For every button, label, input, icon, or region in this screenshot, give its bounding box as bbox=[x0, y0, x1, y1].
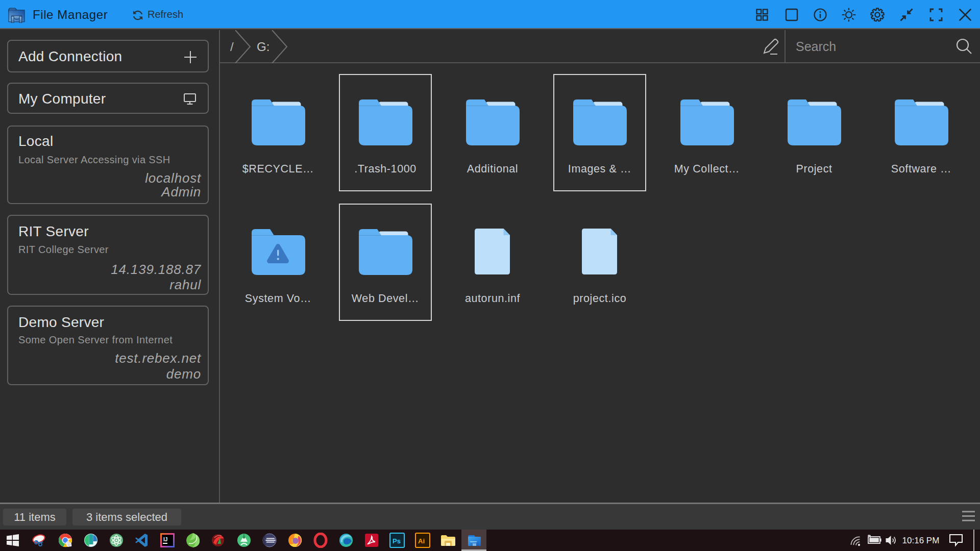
svg-text:IJ: IJ bbox=[163, 537, 167, 542]
svg-text:Ps: Ps bbox=[393, 537, 401, 545]
svg-text:Search: Search bbox=[796, 39, 836, 54]
svg-text:Ai: Ai bbox=[418, 537, 425, 545]
svg-text:/: / bbox=[230, 40, 234, 54]
svg-text:G:: G: bbox=[257, 40, 270, 54]
